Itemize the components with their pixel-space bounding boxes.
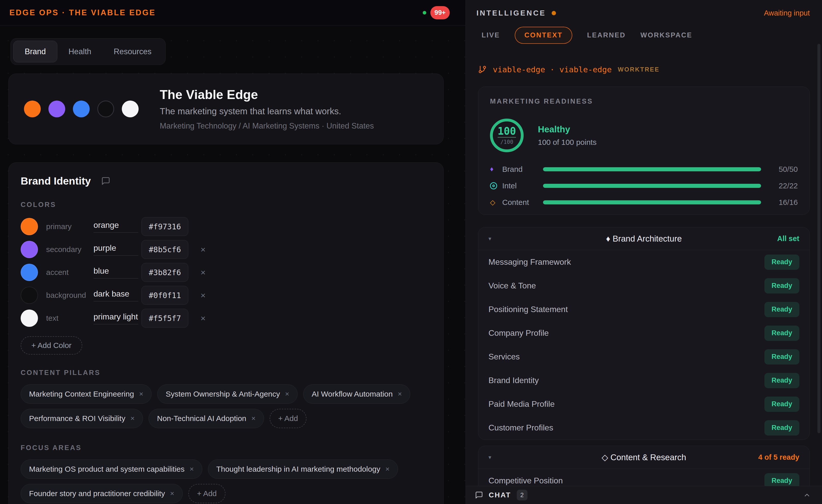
color-swatch[interactable]	[21, 241, 38, 258]
remove-color-button[interactable]: ×	[198, 245, 208, 255]
intelligence-title: INTELLIGENCE	[476, 9, 556, 17]
notification-count-badge[interactable]: 99+	[430, 6, 450, 19]
remove-chip-icon[interactable]: ×	[130, 414, 134, 423]
focus-chip[interactable]: Founder story and practitioner credibili…	[21, 484, 183, 503]
brand-color-swatch	[48, 101, 65, 117]
context-item-row[interactable]: Voice & ToneReady	[478, 274, 810, 298]
status-badge: Ready	[764, 397, 799, 412]
worktree-tag: WORKTREE	[618, 66, 660, 73]
comment-icon[interactable]	[101, 176, 110, 186]
readiness-status: Healthy	[538, 124, 596, 134]
color-hex-input[interactable]: #f5f5f7	[141, 309, 188, 328]
readiness-label: MARKETING READINESS	[490, 97, 798, 105]
pillar-chip[interactable]: AI Workflow Automation×	[303, 384, 410, 404]
collapse-icon[interactable]: ▾	[488, 235, 491, 242]
color-role-label: primary	[46, 222, 93, 231]
remove-chip-icon[interactable]: ×	[139, 390, 143, 398]
color-swatch[interactable]	[21, 218, 38, 235]
diamond-outline-icon: ◇	[490, 198, 502, 206]
color-hex-input[interactable]: #0f0f11	[141, 286, 188, 305]
remove-chip-icon[interactable]: ×	[189, 465, 193, 473]
top-bar: EDGE OPS · THE VIABLE EDGE 99+	[0, 0, 465, 25]
focus-chip[interactable]: Thought leadership in AI marketing metho…	[208, 459, 398, 479]
collapse-icon[interactable]: ▾	[488, 454, 491, 461]
context-item-row[interactable]: Company ProfileReady	[478, 321, 810, 345]
tab-brand[interactable]: Brand	[13, 41, 57, 62]
readiness-score-max: /100	[500, 139, 513, 145]
remove-chip-icon[interactable]: ×	[285, 390, 289, 398]
color-role-label: background	[46, 291, 93, 300]
status-badge: Ready	[764, 278, 799, 293]
chip-label: Non-Technical AI Adoption	[157, 414, 246, 423]
remove-chip-icon[interactable]: ×	[398, 390, 402, 398]
pillar-chip[interactable]: Performance & ROI Visibility×	[21, 409, 143, 428]
context-item-row[interactable]: Brand IdentityReady	[478, 369, 810, 392]
left-tab-bar: BrandHealthResources	[10, 38, 165, 65]
color-name-input[interactable]: primary light	[93, 312, 138, 324]
color-hex-input[interactable]: #8b5cf6	[141, 240, 188, 259]
color-name-input[interactable]: dark base	[93, 289, 138, 301]
chip-label: Marketing OS product and system capabili…	[29, 465, 184, 473]
chip-label: AI Workflow Automation	[312, 390, 393, 398]
brand-panel: EDGE OPS · THE VIABLE EDGE 99+ BrandHeal…	[0, 0, 465, 504]
brand-tagline: The marketing system that learns what wo…	[160, 106, 374, 116]
remove-color-button[interactable]: ×	[198, 313, 208, 323]
add-color-button[interactable]: + Add Color	[21, 336, 82, 355]
focus-area-chips: Marketing OS product and system capabili…	[21, 459, 431, 503]
remove-color-button[interactable]: ×	[198, 290, 208, 300]
metric-progress-track	[543, 200, 761, 204]
color-role-label: text	[46, 314, 93, 323]
tab-health[interactable]: Health	[57, 41, 103, 62]
brand-summary-card: The Viable Edge The marketing system tha…	[8, 74, 444, 144]
color-hex-input[interactable]: #3b82f6	[141, 263, 188, 282]
color-name-input[interactable]: orange	[93, 220, 138, 233]
context-item-row[interactable]: Positioning StatementReady	[478, 298, 810, 321]
chip-label: Performance & ROI Visibility	[29, 414, 125, 423]
section-header[interactable]: ▾◇ Content & Research4 of 5 ready	[478, 446, 810, 469]
color-swatch[interactable]	[21, 287, 38, 304]
status-badge: Ready	[764, 255, 799, 270]
readiness-gauge: 100 /100	[490, 119, 524, 152]
add-focus-button[interactable]: + Add	[188, 484, 226, 503]
color-swatch[interactable]	[21, 264, 38, 281]
metric-name: Intel	[502, 181, 538, 190]
color-hex-input[interactable]: #f97316	[141, 217, 188, 236]
tab-workspace[interactable]: WORKSPACE	[641, 31, 693, 39]
remove-chip-icon[interactable]: ×	[385, 465, 389, 473]
add-pillar-button[interactable]: + Add	[270, 409, 307, 428]
context-item-name: Company Profile	[488, 328, 549, 338]
remove-chip-icon[interactable]: ×	[170, 489, 174, 498]
metric-name: Brand	[502, 165, 538, 174]
context-item-row[interactable]: Paid Media ProfileReady	[478, 392, 810, 416]
readiness-gauge-row: 100 /100 Healthy 100 of 100 points	[490, 119, 798, 152]
chip-label: Thought leadership in AI marketing metho…	[216, 465, 380, 473]
tab-context[interactable]: CONTEXT	[515, 27, 572, 44]
chevron-up-icon[interactable]	[803, 491, 811, 499]
tab-live[interactable]: LIVE	[482, 31, 500, 39]
diamond-filled-icon: ♦	[490, 165, 502, 173]
status-badge: Ready	[764, 326, 799, 341]
chat-bar[interactable]: CHAT 2	[466, 486, 822, 504]
context-item-row[interactable]: Messaging FrameworkReady	[478, 250, 810, 274]
remove-color-button[interactable]: ×	[198, 268, 208, 277]
intelligence-title-text: INTELLIGENCE	[476, 9, 546, 17]
context-item-row[interactable]: Customer ProfilesReady	[478, 416, 810, 440]
pillar-chip[interactable]: Non-Technical AI Adoption×	[148, 409, 264, 428]
remove-chip-icon[interactable]: ×	[252, 414, 256, 423]
metric-value: 22/22	[768, 181, 798, 190]
pillar-chip[interactable]: System Ownership & Anti-Agency×	[157, 384, 298, 404]
pillar-chip[interactable]: Marketing Context Engineering×	[21, 384, 151, 404]
tab-resources[interactable]: Resources	[102, 41, 162, 62]
section-header[interactable]: ▾♦ Brand ArchitectureAll set	[478, 227, 810, 250]
color-role-label: accent	[46, 268, 93, 277]
scrollbar-thumb[interactable]	[817, 44, 820, 433]
context-item-row[interactable]: ServicesReady	[478, 345, 810, 369]
color-name-input[interactable]: purple	[93, 243, 138, 256]
color-swatch[interactable]	[21, 310, 38, 327]
section-title: ♦ Brand Architecture	[478, 234, 810, 244]
color-name-input[interactable]: blue	[93, 266, 138, 278]
focus-chip[interactable]: Marketing OS product and system capabili…	[21, 459, 202, 479]
online-status-dot	[423, 11, 426, 15]
tab-learned[interactable]: LEARNED	[587, 31, 626, 39]
section-status-badge: 4 of 5 ready	[758, 453, 799, 461]
